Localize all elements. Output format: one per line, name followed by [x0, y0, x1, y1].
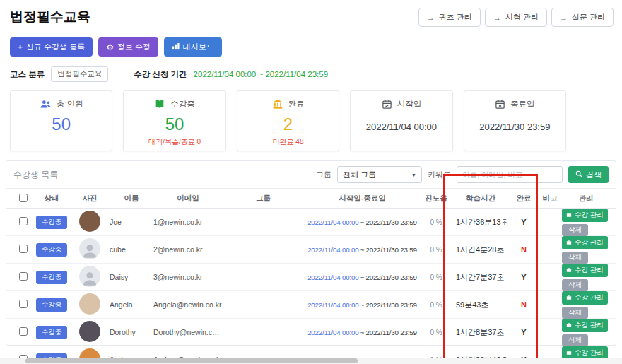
student-name: Daisy — [110, 273, 153, 281]
period-end: ~ 2022/11/30 23:59 — [360, 301, 416, 309]
survey-manage-label: 설문 관리 — [572, 12, 605, 23]
study-time: 1시간7분37초 — [452, 272, 510, 283]
row-checkbox[interactable] — [19, 245, 28, 253]
progress: 0 % — [421, 301, 452, 309]
stat-label-in-progress: 수강중 — [170, 99, 195, 110]
course-category-label: 코스 분류 — [10, 69, 45, 80]
page-header: 법정필수교육 → 퀴즈 관리 → 시험 관리 → 설문 관리 — [0, 0, 622, 27]
briefcase-icon — [566, 211, 572, 219]
arrow-right-icon: → — [493, 13, 501, 22]
row-checkbox[interactable] — [19, 300, 28, 308]
stat-value-start-date: 2022/11/04 00:00 — [355, 122, 447, 132]
col-header-note: 비고 — [538, 194, 562, 204]
select-all-checkbox[interactable] — [19, 194, 28, 202]
avatar — [79, 293, 100, 315]
delete-button[interactable]: 삭제 — [562, 279, 588, 291]
briefcase-icon — [566, 349, 572, 357]
period: 2022/11/04 00:00~ 2022/11/30 23:59 — [304, 218, 421, 226]
survey-manage-button[interactable]: → 설문 관리 — [551, 8, 614, 27]
calendar-x-icon — [495, 99, 505, 110]
briefcase-icon — [566, 322, 572, 329]
progress: 0 % — [421, 246, 452, 254]
new-student-button[interactable]: + 신규 수강생 등록 — [10, 37, 93, 57]
manage-button[interactable]: 수강 관리 — [562, 264, 608, 277]
period-end: ~ 2022/11/30 23:59 — [360, 246, 416, 254]
enroll-period-value: 2022/11/04 00:00 ~ 2022/11/04 23:59 — [194, 70, 328, 78]
stat-sub-in-progress: 대기/복습/종료 0 — [128, 137, 221, 147]
student-list-title: 수강생 목록 — [13, 169, 58, 181]
toolbar: + 신규 수강생 등록 ⚙ 정보 수정 대시보드 — [0, 27, 622, 57]
arrow-right-icon: → — [427, 13, 435, 22]
delete-button[interactable]: 삭제 — [562, 224, 588, 236]
period-start: 2022/11/04 00:00 — [307, 329, 358, 336]
period-end: ~ 2022/11/30 23:59 — [360, 274, 416, 281]
stat-card-total: 총 인원 50 — [10, 90, 112, 151]
person-icon — [81, 269, 99, 287]
stat-card-end-date: 종료일 2022/11/30 23:59 — [464, 90, 566, 151]
study-time: 1시간4분28초 — [452, 245, 510, 255]
manage-button[interactable]: 수강 관리 — [562, 319, 608, 332]
study-time: 1시간8분37초 — [452, 327, 510, 338]
stat-value-in-progress: 50 — [128, 115, 221, 134]
list-controls: 그룹 전체 그룹 ▼ 키워드 검색 — [316, 166, 609, 183]
chevron-down-icon: ▼ — [411, 172, 416, 177]
delete-button[interactable]: 삭제 — [562, 334, 588, 346]
table-row: 수강중 Joe 1@newin.co.kr 2022/11/04 00:00~ … — [6, 209, 616, 236]
col-header-complete: 완료 — [510, 194, 538, 204]
manage-button[interactable]: 수강 관리 — [562, 209, 608, 222]
period-end: ~ 2022/11/30 23:59 — [360, 218, 416, 226]
progress: 0 % — [421, 274, 452, 281]
table-row: 수강중 Daisy 3@newin.co.kr 2022/11/04 00:00… — [6, 264, 616, 291]
complete-flag: N — [510, 245, 538, 254]
delete-button[interactable]: 삭제 — [562, 307, 588, 319]
stat-value-end-date: 2022/11/30 23:59 — [469, 122, 561, 132]
group-select[interactable]: 전체 그룹 ▼ — [337, 166, 422, 183]
stats-row: 총 인원 50 수강중 50 대기/복습/종료 0 완료 2 미완료 48 — [0, 82, 576, 151]
stat-sub-complete: 미완료 48 — [242, 137, 334, 147]
stat-label-total: 총 인원 — [57, 99, 83, 110]
stat-value-total: 50 — [15, 115, 107, 134]
quiz-manage-label: 퀴즈 관리 — [439, 12, 472, 23]
manage-button[interactable]: 수강 관리 — [562, 236, 608, 249]
page-title: 법정필수교육 — [10, 8, 90, 26]
row-checkbox[interactable] — [19, 272, 28, 281]
enroll-period-label: 수강 신청 기간 — [134, 69, 187, 80]
gear-icon: ⚙ — [106, 43, 114, 52]
study-time: 1시간36분13초 — [452, 217, 510, 228]
exam-manage-label: 시험 관리 — [505, 12, 539, 23]
stat-label-end-date: 종료일 — [510, 99, 535, 110]
period-end: ~ 2022/11/30 23:59 — [360, 329, 416, 336]
group-label: 그룹 — [316, 170, 331, 180]
period: 2022/11/04 00:00~ 2022/11/30 23:59 — [304, 274, 421, 281]
stat-label-start-date: 시작일 — [397, 99, 422, 110]
group-select-value: 전체 그룹 — [343, 170, 376, 180]
stat-value-complete: 2 — [242, 115, 334, 134]
quiz-manage-button[interactable]: → 퀴즈 관리 — [418, 8, 481, 27]
manage-button[interactable]: 수강 관리 — [562, 291, 608, 305]
keyword-input[interactable] — [457, 166, 563, 183]
exam-manage-button[interactable]: → 시험 관리 — [485, 8, 547, 27]
student-email: 2@newin.co.kr — [153, 245, 223, 254]
student-name: cube — [110, 245, 153, 254]
avatar — [79, 238, 100, 259]
edit-info-button[interactable]: ⚙ 정보 수정 — [98, 37, 158, 57]
student-name: Dorothy — [110, 328, 153, 336]
avatar — [79, 266, 100, 287]
horizontal-scrollbar[interactable] — [25, 358, 358, 363]
status-badge: 수강중 — [36, 216, 68, 229]
search-button[interactable]: 검색 — [568, 166, 609, 183]
status-badge: 수강중 — [36, 243, 68, 257]
col-header-status: 상태 — [33, 194, 70, 204]
row-checkbox[interactable] — [19, 217, 28, 225]
table-row: 수강중 Angela Angela@newin.co.kr 2022/11/04… — [6, 291, 616, 319]
plus-icon: + — [18, 42, 23, 52]
student-email: 3@newin.co.kr — [153, 273, 223, 281]
study-time: 59분43초 — [452, 300, 510, 310]
dashboard-button[interactable]: 대시보드 — [164, 37, 222, 57]
row-checkbox[interactable] — [19, 327, 28, 336]
student-email: Angela@newin.co.kr — [153, 300, 223, 309]
delete-button[interactable]: 삭제 — [562, 252, 588, 264]
table-header-row: 상태 사진 이름 이메일 그룹 시작일-종료일 진도율 학습시간 완료 비고 관… — [6, 189, 616, 209]
col-header-study-time: 학습시간 — [452, 194, 510, 204]
student-list-panel: 수강생 목록 그룹 전체 그룹 ▼ 키워드 검색 상태 사진 이름 이메일 그룹… — [6, 160, 616, 346]
